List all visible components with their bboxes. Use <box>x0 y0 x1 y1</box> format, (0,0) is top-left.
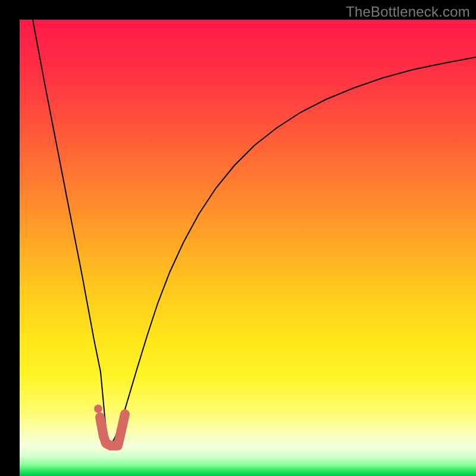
watermark-text: TheBottleneck.com <box>346 4 470 20</box>
bottleneck-chart <box>0 0 476 476</box>
optimum-dot <box>94 405 102 413</box>
plot-background-gradient <box>20 20 476 476</box>
